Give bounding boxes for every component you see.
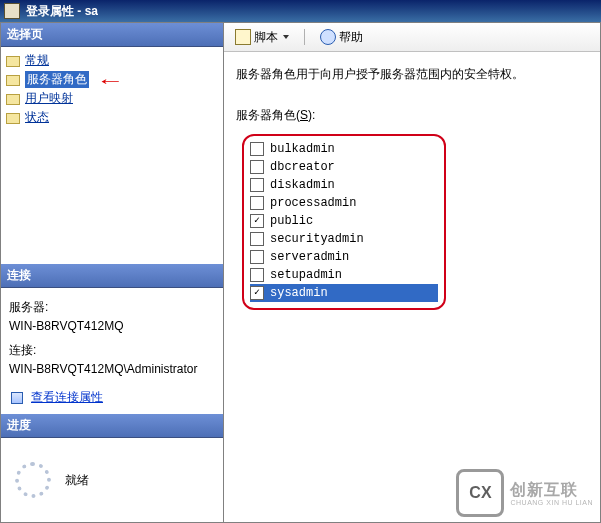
annotation-arrow: ← xyxy=(96,71,125,92)
checkbox[interactable] xyxy=(250,268,264,282)
conn-value: WIN-B8RVQT412MQ\Administrator xyxy=(9,360,215,379)
checkbox[interactable] xyxy=(250,160,264,174)
connection-block: 服务器: WIN-B8RVQT412MQ 连接: WIN-B8RVQT412MQ… xyxy=(1,288,223,381)
nav-general[interactable]: 常规 xyxy=(3,51,221,70)
watermark-sub: CHUANG XIN HU LIAN xyxy=(510,499,593,506)
role-serveradmin[interactable]: serveradmin xyxy=(250,248,438,266)
server-value: WIN-B8RVQT412MQ xyxy=(9,317,215,336)
dropdown-caret-icon xyxy=(283,35,289,39)
help-label: 帮助 xyxy=(339,29,363,46)
login-properties-window: 登录属性 - sa 选择页 常规 服务器角色 用户映射 xyxy=(0,0,601,523)
page-icon xyxy=(5,73,21,87)
progress-block: 就绪 xyxy=(1,438,223,522)
role-processadmin[interactable]: processadmin xyxy=(250,194,438,212)
checkbox[interactable] xyxy=(250,250,264,264)
connection-header: 连接 xyxy=(1,264,223,288)
role-dbcreator[interactable]: dbcreator xyxy=(250,158,438,176)
role-label: public xyxy=(270,214,313,228)
checkbox[interactable] xyxy=(250,232,264,246)
role-sysadmin[interactable]: sysadmin xyxy=(250,284,438,302)
right-pane: 脚本 帮助 服务器角色用于向用户授予服务器范围内的安全特权。 服务器角色(S):… xyxy=(223,22,601,523)
checkbox[interactable] xyxy=(250,214,264,228)
script-label: 脚本 xyxy=(254,29,278,46)
conn-label: 连接: xyxy=(9,341,215,360)
page-icon xyxy=(5,54,21,68)
watermark-logo: CX xyxy=(456,469,504,517)
watermark-text-block: 创新互联 CHUANG XIN HU LIAN xyxy=(510,480,593,506)
help-button[interactable]: 帮助 xyxy=(315,27,368,48)
view-connection-link[interactable]: 查看连接属性 xyxy=(1,381,223,414)
role-label: serveradmin xyxy=(270,250,349,264)
watermark: CX 创新互联 CHUANG XIN HU LIAN xyxy=(456,469,593,517)
progress-header: 进度 xyxy=(1,414,223,438)
view-connection-label[interactable]: 查看连接属性 xyxy=(31,389,103,406)
role-securityadmin[interactable]: securityadmin xyxy=(250,230,438,248)
page-icon xyxy=(5,92,21,106)
role-bulkadmin[interactable]: bulkadmin xyxy=(250,140,438,158)
right-body: 服务器角色用于向用户授予服务器范围内的安全特权。 服务器角色(S): bulka… xyxy=(224,52,600,522)
checkbox[interactable] xyxy=(250,286,264,300)
script-icon xyxy=(235,29,251,45)
progress-status: 就绪 xyxy=(65,472,89,489)
roles-list-label: 服务器角色(S): xyxy=(236,107,588,124)
checkbox[interactable] xyxy=(250,196,264,210)
left-pane: 选择页 常规 服务器角色 用户映射 状态 ← xyxy=(0,22,223,523)
progress-spinner-icon xyxy=(15,462,51,498)
toolbar: 脚本 帮助 xyxy=(224,23,600,52)
roles-box: bulkadmin dbcreator diskadmin processadm… xyxy=(236,128,448,318)
nav-server-roles-label: 服务器角色 xyxy=(25,71,89,88)
nav-user-mapping-label: 用户映射 xyxy=(25,90,73,107)
role-label: sysadmin xyxy=(270,286,328,300)
page-icon xyxy=(5,111,21,125)
toolbar-separator xyxy=(304,29,305,45)
role-label: dbcreator xyxy=(270,160,335,174)
page-nav-list: 常规 服务器角色 用户映射 状态 ← xyxy=(1,47,223,131)
role-public[interactable]: public xyxy=(250,212,438,230)
window-icon xyxy=(4,3,20,19)
role-label: securityadmin xyxy=(270,232,364,246)
server-label: 服务器: xyxy=(9,298,215,317)
checkbox[interactable] xyxy=(250,142,264,156)
role-diskadmin[interactable]: diskadmin xyxy=(250,176,438,194)
window-title: 登录属性 - sa xyxy=(26,3,98,20)
window-content: 选择页 常规 服务器角色 用户映射 状态 ← xyxy=(0,22,601,523)
nav-general-label: 常规 xyxy=(25,52,49,69)
select-page-header: 选择页 xyxy=(1,23,223,47)
role-label: setupadmin xyxy=(270,268,342,282)
title-bar[interactable]: 登录属性 - sa xyxy=(0,0,601,22)
watermark-text: 创新互联 xyxy=(510,481,578,498)
role-label: processadmin xyxy=(270,196,356,210)
nav-status[interactable]: 状态 xyxy=(3,108,221,127)
role-label: diskadmin xyxy=(270,178,335,192)
script-button[interactable]: 脚本 xyxy=(230,27,294,48)
left-spacer xyxy=(1,131,223,264)
nav-status-label: 状态 xyxy=(25,109,49,126)
checkbox[interactable] xyxy=(250,178,264,192)
role-setupadmin[interactable]: setupadmin xyxy=(250,266,438,284)
properties-icon xyxy=(9,390,25,406)
role-label: bulkadmin xyxy=(270,142,335,156)
page-description: 服务器角色用于向用户授予服务器范围内的安全特权。 xyxy=(236,66,588,83)
help-icon xyxy=(320,29,336,45)
roles-annotation-frame: bulkadmin dbcreator diskadmin processadm… xyxy=(242,134,446,310)
